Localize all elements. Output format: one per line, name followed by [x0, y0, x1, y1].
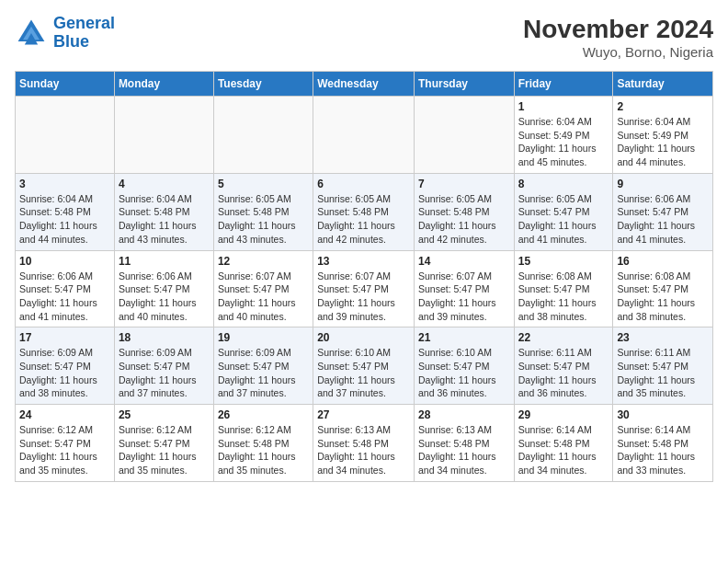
calendar-cell: 26Sunrise: 6:12 AM Sunset: 5:48 PM Dayli… — [213, 405, 313, 482]
page-subtitle: Wuyo, Borno, Nigeria — [523, 44, 713, 60]
page-header: General Blue November 2024 Wuyo, Borno, … — [15, 15, 713, 60]
calendar-cell: 29Sunrise: 6:14 AM Sunset: 5:48 PM Dayli… — [514, 405, 613, 482]
calendar-cell: 20Sunrise: 6:10 AM Sunset: 5:47 PM Dayli… — [313, 327, 415, 405]
calendar-table: SundayMondayTuesdayWednesdayThursdayFrid… — [15, 71, 713, 482]
day-number: 7 — [418, 178, 510, 190]
col-header-saturday: Saturday — [613, 72, 713, 97]
day-info: Sunrise: 6:06 AM Sunset: 5:47 PM Dayligh… — [119, 270, 210, 324]
col-header-friday: Friday — [514, 72, 613, 97]
calendar-cell: 10Sunrise: 6:06 AM Sunset: 5:47 PM Dayli… — [16, 250, 115, 327]
day-number: 5 — [218, 178, 309, 190]
day-info: Sunrise: 6:04 AM Sunset: 5:48 PM Dayligh… — [119, 192, 210, 247]
calendar-cell: 15Sunrise: 6:08 AM Sunset: 5:47 PM Dayli… — [514, 250, 613, 327]
calendar-cell: 21Sunrise: 6:10 AM Sunset: 5:47 PM Dayli… — [414, 327, 514, 405]
day-info: Sunrise: 6:07 AM Sunset: 5:47 PM Dayligh… — [218, 270, 309, 324]
col-header-monday: Monday — [114, 72, 213, 97]
day-number: 25 — [119, 408, 210, 421]
day-info: Sunrise: 6:09 AM Sunset: 5:47 PM Dayligh… — [19, 346, 110, 400]
day-number: 14 — [418, 255, 510, 268]
page-title: November 2024 — [523, 15, 713, 44]
logo: General Blue — [15, 15, 115, 52]
day-info: Sunrise: 6:04 AM Sunset: 5:49 PM Dayligh… — [617, 115, 709, 169]
day-number: 27 — [317, 408, 410, 421]
calendar-cell: 28Sunrise: 6:13 AM Sunset: 5:48 PM Dayli… — [414, 405, 514, 482]
calendar-cell: 1Sunrise: 6:04 AM Sunset: 5:49 PM Daylig… — [514, 97, 613, 174]
calendar-cell: 5Sunrise: 6:05 AM Sunset: 5:48 PM Daylig… — [213, 173, 313, 250]
calendar-week-row: 10Sunrise: 6:06 AM Sunset: 5:47 PM Dayli… — [16, 250, 713, 327]
calendar-cell: 12Sunrise: 6:07 AM Sunset: 5:47 PM Dayli… — [213, 250, 313, 327]
day-info: Sunrise: 6:10 AM Sunset: 5:47 PM Dayligh… — [317, 346, 410, 400]
day-number: 17 — [19, 331, 110, 344]
day-info: Sunrise: 6:07 AM Sunset: 5:47 PM Dayligh… — [317, 270, 410, 324]
calendar-cell: 9Sunrise: 6:06 AM Sunset: 5:47 PM Daylig… — [613, 173, 713, 250]
day-info: Sunrise: 6:05 AM Sunset: 5:48 PM Dayligh… — [317, 192, 410, 247]
day-number: 30 — [617, 408, 709, 421]
day-info: Sunrise: 6:09 AM Sunset: 5:47 PM Dayligh… — [218, 346, 309, 400]
calendar-cell: 8Sunrise: 6:05 AM Sunset: 5:47 PM Daylig… — [514, 173, 613, 250]
day-number: 26 — [218, 408, 309, 421]
day-number: 1 — [518, 100, 609, 113]
calendar-cell — [16, 97, 115, 174]
calendar-cell: 2Sunrise: 6:04 AM Sunset: 5:49 PM Daylig… — [613, 97, 713, 174]
day-info: Sunrise: 6:14 AM Sunset: 5:48 PM Dayligh… — [617, 423, 709, 477]
day-info: Sunrise: 6:05 AM Sunset: 5:48 PM Dayligh… — [218, 192, 309, 247]
day-number: 15 — [518, 255, 609, 268]
calendar-cell: 23Sunrise: 6:11 AM Sunset: 5:47 PM Dayli… — [613, 327, 713, 405]
day-info: Sunrise: 6:12 AM Sunset: 5:48 PM Dayligh… — [218, 423, 309, 477]
calendar-cell: 25Sunrise: 6:12 AM Sunset: 5:47 PM Dayli… — [114, 405, 213, 482]
calendar-cell: 17Sunrise: 6:09 AM Sunset: 5:47 PM Dayli… — [16, 327, 115, 405]
calendar-cell — [213, 97, 313, 174]
title-block: November 2024 Wuyo, Borno, Nigeria — [523, 15, 713, 60]
calendar-week-row: 1Sunrise: 6:04 AM Sunset: 5:49 PM Daylig… — [16, 97, 713, 174]
calendar-cell: 30Sunrise: 6:14 AM Sunset: 5:48 PM Dayli… — [613, 405, 713, 482]
calendar-cell: 13Sunrise: 6:07 AM Sunset: 5:47 PM Dayli… — [313, 250, 415, 327]
day-number: 6 — [317, 178, 410, 190]
calendar-cell: 11Sunrise: 6:06 AM Sunset: 5:47 PM Dayli… — [114, 250, 213, 327]
day-info: Sunrise: 6:13 AM Sunset: 5:48 PM Dayligh… — [317, 423, 410, 477]
day-number: 16 — [617, 255, 709, 268]
day-number: 9 — [617, 178, 709, 190]
calendar-cell: 14Sunrise: 6:07 AM Sunset: 5:47 PM Dayli… — [414, 250, 514, 327]
calendar-cell: 27Sunrise: 6:13 AM Sunset: 5:48 PM Dayli… — [313, 405, 415, 482]
calendar-cell — [313, 97, 415, 174]
calendar-cell: 24Sunrise: 6:12 AM Sunset: 5:47 PM Dayli… — [16, 405, 115, 482]
day-info: Sunrise: 6:08 AM Sunset: 5:47 PM Dayligh… — [518, 270, 609, 324]
day-number: 24 — [19, 408, 110, 421]
day-info: Sunrise: 6:07 AM Sunset: 5:47 PM Dayligh… — [418, 270, 510, 324]
col-header-wednesday: Wednesday — [313, 72, 415, 97]
day-number: 2 — [617, 100, 709, 113]
logo-text: General Blue — [53, 15, 115, 52]
calendar-cell: 22Sunrise: 6:11 AM Sunset: 5:47 PM Dayli… — [514, 327, 613, 405]
day-info: Sunrise: 6:06 AM Sunset: 5:47 PM Dayligh… — [617, 192, 709, 247]
calendar-week-row: 17Sunrise: 6:09 AM Sunset: 5:47 PM Dayli… — [16, 327, 713, 405]
calendar-cell: 19Sunrise: 6:09 AM Sunset: 5:47 PM Dayli… — [213, 327, 313, 405]
day-number: 29 — [518, 408, 609, 421]
day-info: Sunrise: 6:12 AM Sunset: 5:47 PM Dayligh… — [19, 423, 110, 477]
day-info: Sunrise: 6:08 AM Sunset: 5:47 PM Dayligh… — [617, 270, 709, 324]
calendar-cell — [414, 97, 514, 174]
day-info: Sunrise: 6:13 AM Sunset: 5:48 PM Dayligh… — [418, 423, 510, 477]
day-info: Sunrise: 6:05 AM Sunset: 5:48 PM Dayligh… — [418, 192, 510, 247]
calendar-cell: 18Sunrise: 6:09 AM Sunset: 5:47 PM Dayli… — [114, 327, 213, 405]
calendar-header-row: SundayMondayTuesdayWednesdayThursdayFrid… — [16, 72, 713, 97]
calendar-cell: 7Sunrise: 6:05 AM Sunset: 5:48 PM Daylig… — [414, 173, 514, 250]
day-number: 3 — [19, 178, 110, 190]
calendar-cell: 6Sunrise: 6:05 AM Sunset: 5:48 PM Daylig… — [313, 173, 415, 250]
logo-icon — [15, 17, 48, 50]
day-info: Sunrise: 6:06 AM Sunset: 5:47 PM Dayligh… — [19, 270, 110, 324]
day-info: Sunrise: 6:12 AM Sunset: 5:47 PM Dayligh… — [119, 423, 210, 477]
day-number: 20 — [317, 331, 410, 344]
day-number: 28 — [418, 408, 510, 421]
day-info: Sunrise: 6:10 AM Sunset: 5:47 PM Dayligh… — [418, 346, 510, 400]
day-number: 4 — [119, 178, 210, 190]
day-number: 12 — [218, 255, 309, 268]
calendar-week-row: 24Sunrise: 6:12 AM Sunset: 5:47 PM Dayli… — [16, 405, 713, 482]
col-header-tuesday: Tuesday — [213, 72, 313, 97]
day-info: Sunrise: 6:14 AM Sunset: 5:48 PM Dayligh… — [518, 423, 609, 477]
day-number: 8 — [518, 178, 609, 190]
day-info: Sunrise: 6:04 AM Sunset: 5:49 PM Dayligh… — [518, 115, 609, 169]
col-header-thursday: Thursday — [414, 72, 514, 97]
day-number: 19 — [218, 331, 309, 344]
col-header-sunday: Sunday — [16, 72, 115, 97]
calendar-cell: 16Sunrise: 6:08 AM Sunset: 5:47 PM Dayli… — [613, 250, 713, 327]
